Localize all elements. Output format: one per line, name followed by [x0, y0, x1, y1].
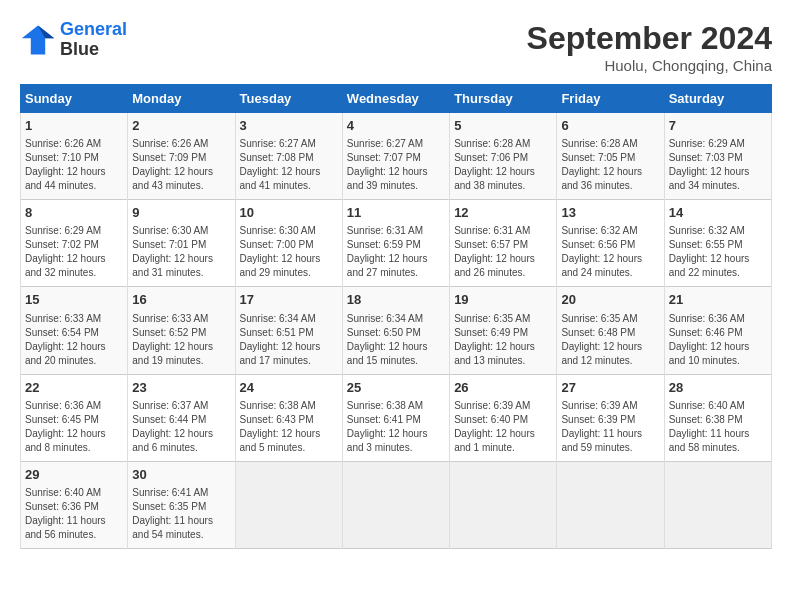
- calendar-week-row: 15Sunrise: 6:33 AM Sunset: 6:54 PM Dayli…: [21, 287, 772, 374]
- calendar-cell: 13Sunrise: 6:32 AM Sunset: 6:56 PM Dayli…: [557, 200, 664, 287]
- day-number: 8: [25, 204, 123, 222]
- day-number: 26: [454, 379, 552, 397]
- day-info: Sunrise: 6:36 AM Sunset: 6:45 PM Dayligh…: [25, 399, 123, 455]
- calendar-cell: 14Sunrise: 6:32 AM Sunset: 6:55 PM Dayli…: [664, 200, 771, 287]
- calendar-cell: [557, 461, 664, 548]
- calendar-table: SundayMondayTuesdayWednesdayThursdayFrid…: [20, 84, 772, 549]
- calendar-cell: [664, 461, 771, 548]
- calendar-cell: 18Sunrise: 6:34 AM Sunset: 6:50 PM Dayli…: [342, 287, 449, 374]
- day-number: 17: [240, 291, 338, 309]
- day-info: Sunrise: 6:33 AM Sunset: 6:54 PM Dayligh…: [25, 312, 123, 368]
- day-info: Sunrise: 6:27 AM Sunset: 7:07 PM Dayligh…: [347, 137, 445, 193]
- calendar-body: 1Sunrise: 6:26 AM Sunset: 7:10 PM Daylig…: [21, 113, 772, 549]
- svg-marker-0: [22, 25, 54, 54]
- calendar-cell: 15Sunrise: 6:33 AM Sunset: 6:54 PM Dayli…: [21, 287, 128, 374]
- calendar-cell: 7Sunrise: 6:29 AM Sunset: 7:03 PM Daylig…: [664, 113, 771, 200]
- day-number: 13: [561, 204, 659, 222]
- calendar-cell: 25Sunrise: 6:38 AM Sunset: 6:41 PM Dayli…: [342, 374, 449, 461]
- calendar-cell: 26Sunrise: 6:39 AM Sunset: 6:40 PM Dayli…: [450, 374, 557, 461]
- logo-text: General Blue: [60, 20, 127, 60]
- calendar-cell: 2Sunrise: 6:26 AM Sunset: 7:09 PM Daylig…: [128, 113, 235, 200]
- weekday-header-sunday: Sunday: [21, 85, 128, 113]
- day-info: Sunrise: 6:30 AM Sunset: 7:01 PM Dayligh…: [132, 224, 230, 280]
- day-number: 18: [347, 291, 445, 309]
- day-info: Sunrise: 6:26 AM Sunset: 7:09 PM Dayligh…: [132, 137, 230, 193]
- day-info: Sunrise: 6:31 AM Sunset: 6:59 PM Dayligh…: [347, 224, 445, 280]
- day-info: Sunrise: 6:36 AM Sunset: 6:46 PM Dayligh…: [669, 312, 767, 368]
- day-number: 19: [454, 291, 552, 309]
- day-info: Sunrise: 6:31 AM Sunset: 6:57 PM Dayligh…: [454, 224, 552, 280]
- day-info: Sunrise: 6:34 AM Sunset: 6:51 PM Dayligh…: [240, 312, 338, 368]
- day-info: Sunrise: 6:35 AM Sunset: 6:48 PM Dayligh…: [561, 312, 659, 368]
- day-info: Sunrise: 6:38 AM Sunset: 6:41 PM Dayligh…: [347, 399, 445, 455]
- day-info: Sunrise: 6:26 AM Sunset: 7:10 PM Dayligh…: [25, 137, 123, 193]
- weekday-header-wednesday: Wednesday: [342, 85, 449, 113]
- weekday-header-thursday: Thursday: [450, 85, 557, 113]
- day-number: 15: [25, 291, 123, 309]
- day-number: 14: [669, 204, 767, 222]
- day-number: 3: [240, 117, 338, 135]
- calendar-cell: 10Sunrise: 6:30 AM Sunset: 7:00 PM Dayli…: [235, 200, 342, 287]
- day-number: 24: [240, 379, 338, 397]
- weekday-header-monday: Monday: [128, 85, 235, 113]
- calendar-week-row: 29Sunrise: 6:40 AM Sunset: 6:36 PM Dayli…: [21, 461, 772, 548]
- day-number: 12: [454, 204, 552, 222]
- day-number: 2: [132, 117, 230, 135]
- logo: General Blue: [20, 20, 127, 60]
- calendar-header: SundayMondayTuesdayWednesdayThursdayFrid…: [21, 85, 772, 113]
- day-info: Sunrise: 6:28 AM Sunset: 7:06 PM Dayligh…: [454, 137, 552, 193]
- calendar-cell: 21Sunrise: 6:36 AM Sunset: 6:46 PM Dayli…: [664, 287, 771, 374]
- day-number: 27: [561, 379, 659, 397]
- day-info: Sunrise: 6:40 AM Sunset: 6:36 PM Dayligh…: [25, 486, 123, 542]
- day-number: 22: [25, 379, 123, 397]
- calendar-cell: 24Sunrise: 6:38 AM Sunset: 6:43 PM Dayli…: [235, 374, 342, 461]
- weekday-header-saturday: Saturday: [664, 85, 771, 113]
- day-info: Sunrise: 6:38 AM Sunset: 6:43 PM Dayligh…: [240, 399, 338, 455]
- calendar-cell: 6Sunrise: 6:28 AM Sunset: 7:05 PM Daylig…: [557, 113, 664, 200]
- calendar-week-row: 8Sunrise: 6:29 AM Sunset: 7:02 PM Daylig…: [21, 200, 772, 287]
- calendar-cell: [235, 461, 342, 548]
- calendar-cell: 17Sunrise: 6:34 AM Sunset: 6:51 PM Dayli…: [235, 287, 342, 374]
- calendar-cell: [342, 461, 449, 548]
- day-info: Sunrise: 6:32 AM Sunset: 6:55 PM Dayligh…: [669, 224, 767, 280]
- day-number: 4: [347, 117, 445, 135]
- calendar-cell: 19Sunrise: 6:35 AM Sunset: 6:49 PM Dayli…: [450, 287, 557, 374]
- day-number: 11: [347, 204, 445, 222]
- day-number: 1: [25, 117, 123, 135]
- day-info: Sunrise: 6:32 AM Sunset: 6:56 PM Dayligh…: [561, 224, 659, 280]
- day-number: 25: [347, 379, 445, 397]
- day-number: 23: [132, 379, 230, 397]
- day-number: 9: [132, 204, 230, 222]
- logo-icon: [20, 22, 56, 58]
- calendar-cell: 30Sunrise: 6:41 AM Sunset: 6:35 PM Dayli…: [128, 461, 235, 548]
- day-number: 20: [561, 291, 659, 309]
- calendar-cell: 4Sunrise: 6:27 AM Sunset: 7:07 PM Daylig…: [342, 113, 449, 200]
- day-number: 6: [561, 117, 659, 135]
- calendar-week-row: 22Sunrise: 6:36 AM Sunset: 6:45 PM Dayli…: [21, 374, 772, 461]
- day-info: Sunrise: 6:29 AM Sunset: 7:03 PM Dayligh…: [669, 137, 767, 193]
- day-number: 7: [669, 117, 767, 135]
- calendar-cell: 1Sunrise: 6:26 AM Sunset: 7:10 PM Daylig…: [21, 113, 128, 200]
- day-info: Sunrise: 6:34 AM Sunset: 6:50 PM Dayligh…: [347, 312, 445, 368]
- day-info: Sunrise: 6:29 AM Sunset: 7:02 PM Dayligh…: [25, 224, 123, 280]
- calendar-cell: 5Sunrise: 6:28 AM Sunset: 7:06 PM Daylig…: [450, 113, 557, 200]
- calendar-cell: 23Sunrise: 6:37 AM Sunset: 6:44 PM Dayli…: [128, 374, 235, 461]
- calendar-cell: [450, 461, 557, 548]
- weekday-header-friday: Friday: [557, 85, 664, 113]
- calendar-cell: 12Sunrise: 6:31 AM Sunset: 6:57 PM Dayli…: [450, 200, 557, 287]
- calendar-cell: 3Sunrise: 6:27 AM Sunset: 7:08 PM Daylig…: [235, 113, 342, 200]
- calendar-week-row: 1Sunrise: 6:26 AM Sunset: 7:10 PM Daylig…: [21, 113, 772, 200]
- location-subtitle: Huolu, Chongqing, China: [527, 57, 772, 74]
- calendar-cell: 9Sunrise: 6:30 AM Sunset: 7:01 PM Daylig…: [128, 200, 235, 287]
- day-info: Sunrise: 6:35 AM Sunset: 6:49 PM Dayligh…: [454, 312, 552, 368]
- calendar-cell: 8Sunrise: 6:29 AM Sunset: 7:02 PM Daylig…: [21, 200, 128, 287]
- title-block: September 2024 Huolu, Chongqing, China: [527, 20, 772, 74]
- day-number: 16: [132, 291, 230, 309]
- day-info: Sunrise: 6:39 AM Sunset: 6:39 PM Dayligh…: [561, 399, 659, 455]
- weekday-header-tuesday: Tuesday: [235, 85, 342, 113]
- calendar-cell: 20Sunrise: 6:35 AM Sunset: 6:48 PM Dayli…: [557, 287, 664, 374]
- calendar-cell: 22Sunrise: 6:36 AM Sunset: 6:45 PM Dayli…: [21, 374, 128, 461]
- day-info: Sunrise: 6:37 AM Sunset: 6:44 PM Dayligh…: [132, 399, 230, 455]
- day-number: 28: [669, 379, 767, 397]
- day-number: 10: [240, 204, 338, 222]
